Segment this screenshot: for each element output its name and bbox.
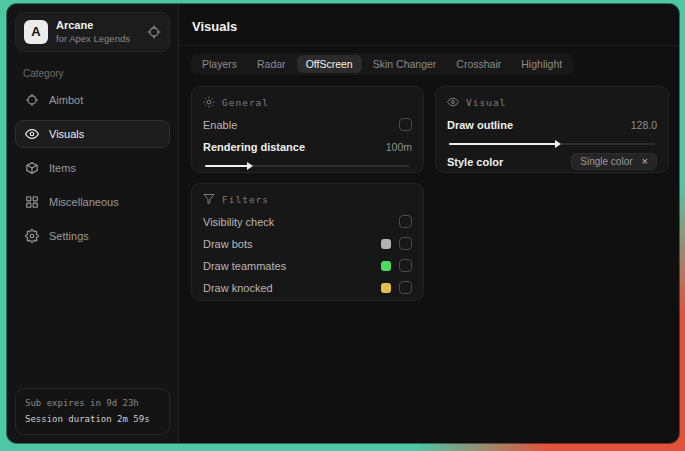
draw-knocked-color-swatch[interactable]: [381, 283, 391, 293]
general-panel-title: General: [222, 97, 269, 108]
sidebar-item-label: Items: [49, 162, 76, 174]
rendering-distance-row: Rendering distance 100m: [203, 136, 412, 157]
sun-icon: [203, 96, 215, 108]
draw-teammates-checkbox[interactable]: [399, 259, 412, 272]
filters-panel: Filters Visibility check Draw bots: [191, 183, 424, 301]
tab-radar[interactable]: Radar: [248, 55, 295, 73]
draw-knocked-row: Draw knocked: [203, 277, 412, 298]
category-label: Category: [23, 68, 178, 79]
tab-highlight[interactable]: Highlight: [512, 55, 571, 73]
style-color-value: Single color: [580, 156, 632, 167]
sidebar-item-visuals[interactable]: Visuals: [15, 120, 170, 148]
sidebar: A Arcane for Apex Legends Category: [7, 4, 179, 443]
desktop-backdrop: A Arcane for Apex Legends Category: [0, 0, 685, 451]
draw-outline-slider[interactable]: [449, 143, 655, 145]
target-icon[interactable]: [147, 25, 161, 39]
page-title: Visuals: [192, 19, 237, 34]
draw-outline-row: Draw outline 128.0: [447, 114, 657, 135]
sidebar-item-label: Miscellaneous: [49, 196, 119, 208]
draw-bots-row: Draw bots: [203, 233, 412, 254]
content-area: General Enable Rendering distance 100m: [179, 75, 679, 443]
draw-teammates-label: Draw teammates: [203, 260, 286, 272]
general-panel: General Enable Rendering distance 100m: [191, 86, 424, 173]
sidebar-item-items[interactable]: Items: [15, 154, 170, 182]
app-header-card: A Arcane for Apex Legends: [15, 12, 170, 52]
style-color-label: Style color: [447, 156, 503, 168]
visuals-tabbar: Players Radar OffScreen Skin Changer Cro…: [191, 53, 573, 75]
rendering-distance-slider-fill[interactable]: [205, 165, 248, 167]
draw-bots-color-swatch[interactable]: [381, 239, 391, 249]
package-icon: [25, 161, 39, 175]
style-color-row: Style color Single color ×: [447, 151, 657, 172]
sidebar-item-label: Settings: [49, 230, 89, 242]
draw-teammates-row: Draw teammates: [203, 255, 412, 276]
gear-icon: [25, 229, 39, 243]
tab-offscreen[interactable]: OffScreen: [297, 55, 362, 73]
filters-panel-title: Filters: [222, 194, 269, 205]
draw-outline-label: Draw outline: [447, 119, 513, 131]
enable-row: Enable: [203, 114, 412, 135]
tab-crosshair[interactable]: Crosshair: [447, 55, 510, 73]
sub-expires-text: Sub expires in 9d 23h: [25, 396, 160, 411]
sidebar-item-settings[interactable]: Settings: [15, 222, 170, 250]
main-area: Visuals Players Radar OffScreen Skin Cha…: [179, 4, 679, 443]
draw-teammates-color-swatch[interactable]: [381, 261, 391, 271]
rendering-distance-label: Rendering distance: [203, 141, 305, 153]
rendering-distance-value: 100m: [386, 141, 412, 153]
draw-outline-slider-fill[interactable]: [449, 143, 556, 145]
visibility-check-row: Visibility check: [203, 211, 412, 232]
subscription-info-card: Sub expires in 9d 23h Session duration 2…: [15, 388, 170, 435]
visual-panel: Visual Draw outline 128.0 Style color Si…: [435, 86, 669, 173]
draw-outline-value: 128.0: [631, 119, 657, 131]
crosshair-icon: [25, 93, 39, 107]
enable-checkbox[interactable]: [399, 118, 412, 131]
app-subtitle: for Apex Legends: [56, 33, 130, 45]
tab-players[interactable]: Players: [193, 55, 246, 73]
app-logo: A: [24, 20, 48, 44]
tab-skin-changer[interactable]: Skin Changer: [364, 55, 446, 73]
sidebar-item-label: Visuals: [49, 128, 84, 140]
visibility-check-checkbox[interactable]: [399, 215, 412, 228]
eye-icon: [25, 127, 39, 141]
draw-bots-checkbox[interactable]: [399, 237, 412, 250]
funnel-icon: [203, 193, 215, 205]
sidebar-item-miscellaneous[interactable]: Miscellaneous: [15, 188, 170, 216]
close-icon[interactable]: ×: [642, 156, 648, 167]
sidebar-item-label: Aimbot: [49, 94, 83, 106]
arcane-window: A Arcane for Apex Legends Category: [7, 4, 679, 443]
draw-bots-label: Draw bots: [203, 238, 253, 250]
visual-panel-title: Visual: [466, 97, 506, 108]
grid-icon: [25, 195, 39, 209]
main-header: Visuals: [179, 4, 679, 46]
draw-knocked-checkbox[interactable]: [399, 281, 412, 294]
enable-label: Enable: [203, 119, 237, 131]
session-duration-text: Session duration 2m 59s: [25, 412, 160, 427]
visibility-check-label: Visibility check: [203, 216, 274, 228]
draw-knocked-label: Draw knocked: [203, 282, 273, 294]
app-name: Arcane: [56, 19, 130, 33]
sidebar-item-aimbot[interactable]: Aimbot: [15, 86, 170, 114]
style-color-select[interactable]: Single color ×: [571, 153, 657, 170]
eye-icon: [447, 96, 459, 108]
rendering-distance-slider[interactable]: [205, 165, 410, 167]
